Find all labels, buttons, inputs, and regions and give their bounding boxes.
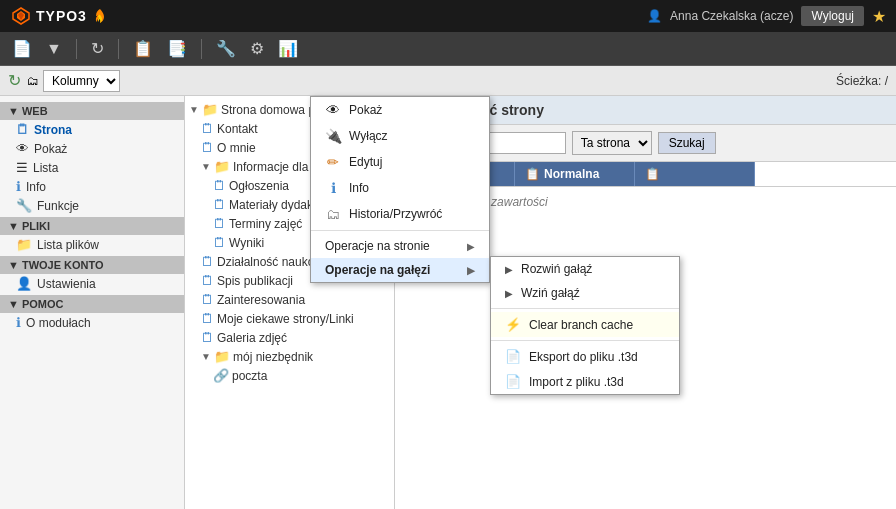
ctx-arrow-icon: ▶ — [467, 241, 475, 252]
tree-item-label: Moje ciekawe strony/Linki — [217, 312, 354, 326]
sidebar-item-lista-plikow[interactable]: 📁 Lista plików — [0, 235, 184, 254]
tree-item-moj-niezbednik[interactable]: ▼ 📁 mój niezbędnik — [185, 347, 394, 366]
sub-arrow2-icon: ▶ — [505, 288, 513, 299]
columns-selector[interactable]: 🗂 Kolumny — [27, 70, 120, 92]
sidebar-item-lista-plikow-label: Lista plików — [37, 238, 99, 252]
toolbar-separator3 — [201, 39, 202, 59]
search-scope-dropdown[interactable]: Ta strona — [572, 131, 652, 155]
sub-item-eksport[interactable]: 📄 Eksport do pliku .t3d — [491, 344, 679, 369]
sub-item-import-label: Import z pliku .t3d — [529, 375, 624, 389]
ctx-item-pokaz[interactable]: 👁 Pokaż — [311, 97, 489, 123]
ctx-plug-icon: 🔌 — [325, 128, 341, 144]
tree-folder-icon: 📁 — [214, 349, 230, 364]
folder-icon: 📁 — [16, 237, 32, 252]
tree-item-label: O mnie — [217, 141, 256, 155]
tree-item-zainteresowania[interactable]: 🗒 Zainteresowania — [185, 290, 394, 309]
sub-item-rozwin[interactable]: ▶ Rozwiń gałąź — [491, 257, 679, 281]
logout-button[interactable]: Wyloguj — [801, 6, 864, 26]
ctx-item-info[interactable]: ℹ Info — [311, 175, 489, 201]
tree-page-icon: 🗒 — [213, 216, 226, 231]
eye-icon: 👁 — [16, 141, 29, 156]
sidebar-item-funkcje[interactable]: 🔧 Funkcje — [0, 196, 184, 215]
tree-item-label: Spis publikacji — [217, 274, 293, 288]
header-right: 👤 Anna Czekalska (acze) Wyloguj ★ — [647, 6, 886, 26]
ctx-history-icon: 🗂 — [325, 206, 341, 222]
user-icon: 👤 — [647, 9, 662, 23]
tree-item-label: Kontakt — [217, 122, 258, 136]
tree-page-icon: 🗒 — [201, 330, 214, 345]
submenu: ▶ Rozwiń gałąź ▶ Wziń gałąź ⚡ Clear bran… — [490, 256, 680, 395]
tree-arrow: ▼ — [201, 161, 211, 172]
sidebar-item-ustawienia[interactable]: 👤 Ustawienia — [0, 274, 184, 293]
favorites-icon[interactable]: ★ — [872, 7, 886, 26]
sidebar-section-pliki: ▼ PLIKI — [0, 217, 184, 235]
sub-item-clear-cache[interactable]: ⚡ Clear branch cache — [491, 312, 679, 337]
ctx-item-edytuj[interactable]: ✏ Edytuj — [311, 149, 489, 175]
sidebar-item-lista[interactable]: ☰ Lista — [0, 158, 184, 177]
tree-folder-icon: 📁 — [214, 159, 230, 174]
tree-item-label: Galeria zdjęć — [217, 331, 287, 345]
tree-item-poczta[interactable]: 🔗 poczta — [185, 366, 394, 385]
sidebar-item-o-modulach[interactable]: ℹ O modułach — [0, 313, 184, 332]
ctx-item-operacje-strona[interactable]: Operacje na stronie ▶ — [311, 234, 489, 258]
lightning-icon: ⚡ — [505, 317, 521, 332]
export-icon: 📄 — [505, 349, 521, 364]
tree-item-label: poczta — [232, 369, 267, 383]
help-icon: ℹ — [16, 315, 21, 330]
tools2-icon[interactable]: ⚙ — [246, 37, 268, 60]
refresh-icon[interactable]: ↻ — [8, 71, 21, 90]
ctx-info-icon: ℹ — [325, 180, 341, 196]
clipboard2-icon[interactable]: 📑 — [163, 37, 191, 60]
sub-item-wzin[interactable]: ▶ Wziń gałąź — [491, 281, 679, 305]
ctx-item-operacje-strona-label: Operacje na stronie — [325, 239, 430, 253]
toolbar: 📄 ▼ ↻ 📋 📑 🔧 ⚙ 📊 — [0, 32, 896, 66]
tree-item-label: mój niezbędnik — [233, 350, 313, 364]
tree-page-icon: 🗒 — [201, 140, 214, 155]
tree-item-label: Terminy zajęć — [229, 217, 302, 231]
toolbar2: ↻ 🗂 Kolumny Ścieżka: / — [0, 66, 896, 96]
tree-arrow: ▼ — [189, 104, 199, 115]
sidebar-item-pokaz[interactable]: 👁 Pokaż — [0, 139, 184, 158]
ctx-item-edytuj-label: Edytuj — [349, 155, 382, 169]
sidebar-item-strona-label: Strona — [34, 123, 72, 137]
tree-item-galeria[interactable]: 🗒 Galeria zdjęć — [185, 328, 394, 347]
header: TYPO3 👤 Anna Czekalska (acze) Wyloguj ★ — [0, 0, 896, 32]
ctx-pencil-icon: ✏ — [325, 154, 341, 170]
ctx-item-historia-label: Historia/Przywróć — [349, 207, 442, 221]
columns-dropdown[interactable]: Kolumny — [43, 70, 120, 92]
search-button[interactable]: Szukaj — [658, 132, 716, 154]
sub-item-import[interactable]: 📄 Import z pliku .t3d — [491, 369, 679, 394]
sidebar: ▼ WEB 🗒 Strona 👁 Pokaż ☰ Lista ℹ Info 🔧 … — [0, 96, 185, 509]
ctx-item-operacje-galezi[interactable]: Operacje na gałęzi ▶ — [311, 258, 489, 282]
tree-item-label: Ogłoszenia — [229, 179, 289, 193]
ctx-item-wylacz-label: Wyłącz — [349, 129, 388, 143]
sub-item-eksport-label: Eksport do pliku .t3d — [529, 350, 638, 364]
sub-separator — [491, 308, 679, 309]
sidebar-item-lista-label: Lista — [33, 161, 58, 175]
sidebar-item-info[interactable]: ℹ Info — [0, 177, 184, 196]
context-menu: 👁 Pokaż 🔌 Wyłącz ✏ Edytuj ℹ Info 🗂 Histo… — [310, 96, 490, 283]
ctx-item-historia[interactable]: 🗂 Historia/Przywróć — [311, 201, 489, 227]
ctx-item-wylacz[interactable]: 🔌 Wyłącz — [311, 123, 489, 149]
toolbar-separator — [76, 39, 77, 59]
new-page-icon[interactable]: 📄 — [8, 37, 36, 60]
list-icon: ☰ — [16, 160, 28, 175]
info-icon: ℹ — [16, 179, 21, 194]
user-settings-icon: 👤 — [16, 276, 32, 291]
clipboard-icon[interactable]: 📋 — [129, 37, 157, 60]
tree-page-icon: 🗒 — [201, 254, 214, 269]
tree-page-icon: 🗒 — [201, 273, 214, 288]
tree-item-moje-strony[interactable]: 🗒 Moje ciekawe strony/Linki — [185, 309, 394, 328]
sidebar-section-pomoc: ▼ POMOC — [0, 295, 184, 313]
sidebar-item-strona[interactable]: 🗒 Strona — [0, 120, 184, 139]
ctx-item-info-label: Info — [349, 181, 369, 195]
sync-icon[interactable]: ↻ — [87, 37, 108, 60]
filter-icon[interactable]: ▼ — [42, 38, 66, 60]
col-icon: 📋 — [645, 167, 660, 181]
ctx-item-pokaz-label: Pokaż — [349, 103, 382, 117]
tools-icon[interactable]: 🔧 — [212, 37, 240, 60]
tree-arrow: ▼ — [201, 351, 211, 362]
sidebar-item-pokaz-label: Pokaż — [34, 142, 67, 156]
logo: TYPO3 — [10, 5, 109, 27]
tools3-icon[interactable]: 📊 — [274, 37, 302, 60]
